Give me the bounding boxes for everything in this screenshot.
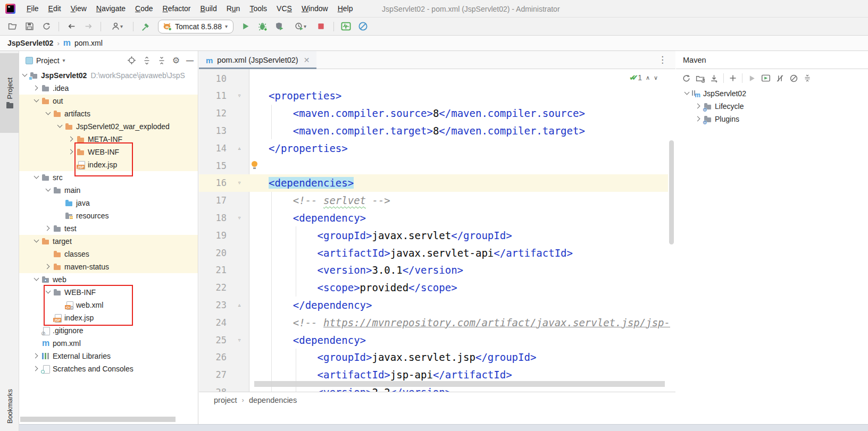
collapse-all-icon[interactable]: [803, 74, 812, 82]
code-line-24[interactable]: <!-- https://mvnrepository.com/artifact/…: [249, 314, 668, 331]
chevron-right-icon[interactable]: [32, 351, 41, 361]
tab-pom-xml[interactable]: m pom.xml (JspServlet02) ✕: [199, 51, 316, 69]
ignored-projects-icon[interactable]: [789, 74, 798, 83]
tree-item-meta-inf[interactable]: META-INF: [19, 133, 198, 146]
chevron-down-icon[interactable]: [55, 122, 65, 131]
run-maven-build-icon[interactable]: [747, 74, 756, 83]
chevron-down-icon[interactable]: [682, 89, 692, 98]
collapse-all-icon[interactable]: [157, 56, 166, 65]
fold-marker-icon[interactable]: ▿: [235, 336, 244, 344]
code-line-18[interactable]: <dependency>: [249, 209, 668, 226]
gutter-line-20[interactable]: 20: [199, 244, 249, 261]
tree-item-java[interactable]: java: [19, 197, 198, 209]
close-icon[interactable]: ✕: [304, 56, 310, 64]
chevron-down-icon[interactable]: [32, 275, 41, 284]
menu-help[interactable]: Help: [333, 3, 358, 14]
tree-item--gitignore[interactable]: ⊘ .gitignore: [19, 324, 198, 337]
forward-icon[interactable]: [81, 20, 95, 33]
breadcrumb-project[interactable]: JspServlet02: [7, 39, 53, 47]
stripe-tab-project[interactable]: Project: [0, 53, 19, 133]
open-icon[interactable]: [5, 20, 19, 33]
tree-item-artifacts[interactable]: artifacts: [19, 107, 198, 120]
chevron-right-icon[interactable]: [44, 224, 53, 233]
code-line-16[interactable]: <dependencies>: [249, 174, 668, 192]
tree-item--idea[interactable]: .idea: [19, 82, 198, 95]
run-icon[interactable]: [239, 20, 253, 33]
code-line-11[interactable]: <properties>: [249, 87, 668, 105]
hide-panel-icon[interactable]: —: [186, 56, 194, 65]
user-menu-icon[interactable]: ▾: [106, 20, 128, 33]
reload-maven-icon[interactable]: [682, 74, 691, 83]
breadcrumb-project-tag[interactable]: project: [214, 396, 237, 404]
gutter-line-24[interactable]: 24: [199, 314, 249, 331]
coverage-icon[interactable]: [273, 20, 287, 33]
chevron-down-icon[interactable]: [32, 173, 41, 182]
tree-item-target[interactable]: target: [19, 235, 198, 248]
chevron-down-icon[interactable]: [44, 288, 53, 297]
tree-item-jspservlet02[interactable]: JspServlet02 D:\workSpace\javaweb\JspS: [19, 69, 198, 82]
prev-problem-icon[interactable]: ∧: [646, 74, 650, 81]
code-line-10[interactable]: [249, 70, 668, 87]
tree-item-scratches-and-consoles[interactable]: Scratches and Consoles: [19, 362, 198, 375]
line-number[interactable]: 16: [199, 178, 227, 188]
line-number[interactable]: 25: [199, 335, 227, 345]
code-line-20[interactable]: <artifactId>javax.servlet-api</artifactI…: [249, 244, 668, 261]
gutter-line-21[interactable]: 21: [199, 261, 249, 279]
tree-item-plugins[interactable]: ⚙ Plugins: [676, 113, 868, 125]
gutter-line-27[interactable]: 27: [199, 366, 249, 384]
more-options-icon[interactable]: ⋮: [658, 54, 667, 65]
menu-build[interactable]: Build: [196, 3, 222, 14]
project-horizontal-scrollbar[interactable]: [20, 417, 176, 422]
fold-marker-icon[interactable]: ▿: [235, 179, 244, 187]
settings-gear-icon[interactable]: ⚙: [172, 55, 180, 65]
gutter-line-12[interactable]: 12: [199, 105, 249, 122]
line-number[interactable]: 14: [199, 143, 227, 154]
fold-marker-icon[interactable]: ▵: [235, 145, 244, 152]
tree-item-pom-xml[interactable]: m pom.xml: [19, 337, 198, 350]
chevron-right-icon[interactable]: [32, 364, 41, 374]
menu-view[interactable]: View: [66, 3, 91, 14]
menu-vcs[interactable]: VCS: [272, 3, 297, 14]
tree-item-external-libraries[interactable]: External Libraries: [19, 350, 198, 362]
chevron-right-icon[interactable]: [67, 147, 77, 157]
gutter-line-23[interactable]: 23▵: [199, 296, 249, 314]
gutter-line-17[interactable]: 17: [199, 192, 249, 209]
editor-horizontal-scrollbar[interactable]: [254, 381, 665, 387]
code-line-19[interactable]: <groupId>javax.servlet</groupId>: [249, 226, 668, 244]
code-line-22[interactable]: <scope>provided</scope>: [249, 279, 668, 297]
tree-item-web-inf[interactable]: WEB-INF: [19, 146, 198, 158]
menu-navigate[interactable]: Navigate: [91, 3, 130, 14]
run-configuration-select[interactable]: Tomcat 8.5.88 ▾: [158, 20, 233, 33]
project-view-selector[interactable]: Project: [36, 56, 60, 65]
breadcrumb-dependencies-tag[interactable]: dependencies: [249, 396, 297, 404]
menu-tools[interactable]: Tools: [245, 3, 272, 14]
code-line-15[interactable]: [249, 157, 668, 174]
expand-all-icon[interactable]: [143, 56, 151, 65]
tree-item-index-jsp[interactable]: JSP index.jsp: [19, 311, 198, 324]
tree-item-resources[interactable]: resources: [19, 209, 198, 222]
build-hammer-icon[interactable]: [139, 20, 153, 33]
code-line-14[interactable]: </properties>: [249, 139, 668, 157]
gutter-line-11[interactable]: 11▿: [199, 87, 249, 105]
line-number[interactable]: 26: [199, 352, 227, 362]
tree-item-classes[interactable]: classes: [19, 248, 198, 260]
line-number[interactable]: 23: [199, 300, 227, 310]
chevron-right-icon[interactable]: [44, 262, 53, 272]
tree-item-main[interactable]: main: [19, 184, 198, 197]
chevron-right-icon[interactable]: [32, 83, 41, 93]
fold-marker-icon[interactable]: ▿: [235, 214, 244, 222]
sync-icon[interactable]: [39, 20, 53, 33]
tree-item-out[interactable]: out: [19, 95, 198, 107]
code-line-25[interactable]: <dependency>: [249, 331, 668, 349]
tree-item-jspservlet02[interactable]: m JspServlet02: [676, 87, 868, 100]
chevron-down-icon[interactable]: [32, 236, 41, 246]
services-panel-edge[interactable]: [19, 424, 868, 431]
gutter-line-18[interactable]: 18▿: [199, 209, 249, 226]
chevron-down-icon[interactable]: [44, 185, 53, 195]
breadcrumb-file[interactable]: pom.xml: [74, 39, 103, 47]
code-line-12[interactable]: <maven.compiler.source>8</maven.compiler…: [249, 105, 668, 122]
line-number[interactable]: 20: [199, 248, 227, 258]
gutter-line-10[interactable]: 10: [199, 70, 249, 87]
code-line-17[interactable]: <!-- serlvet -->: [249, 192, 668, 209]
gutter-line-25[interactable]: 25▿: [199, 331, 249, 349]
